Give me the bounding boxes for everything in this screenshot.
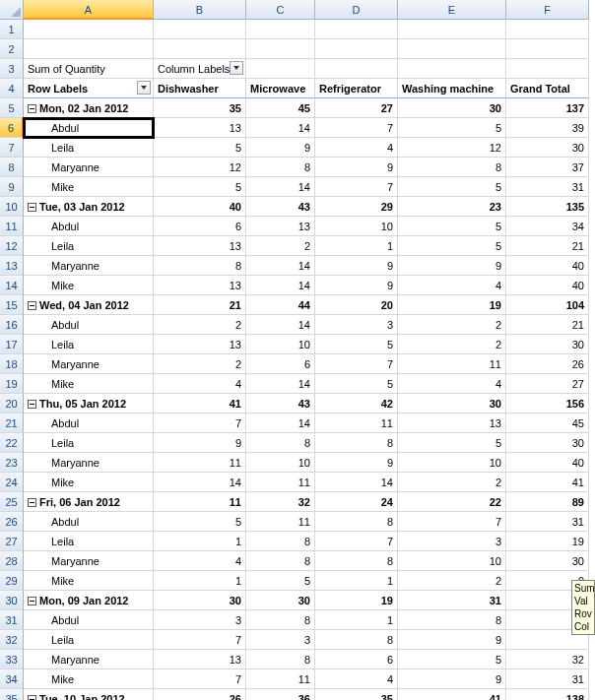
item-value[interactable]: 8 [246, 551, 315, 571]
row-header-16[interactable]: 16 [0, 315, 24, 335]
group-value[interactable]: 45 [246, 98, 315, 118]
row-header-7[interactable]: 7 [0, 138, 24, 158]
item-value[interactable]: 3 [246, 630, 315, 650]
item-value[interactable]: 4 [398, 374, 506, 394]
item-value[interactable]: 8 [315, 433, 398, 453]
item-value[interactable]: 9 [315, 276, 398, 295]
cell-empty[interactable] [24, 20, 154, 39]
item-value[interactable]: 7 [398, 512, 506, 532]
column-header-D[interactable]: D [315, 0, 398, 20]
row-header-34[interactable]: 34 [0, 669, 24, 689]
pivot-col-header[interactable]: Refrigerator [315, 79, 398, 98]
collapse-icon[interactable] [28, 400, 36, 409]
group-value[interactable]: 35 [315, 689, 398, 700]
item-row-label[interactable]: Abdul [24, 315, 154, 335]
row-header-32[interactable]: 32 [0, 630, 24, 650]
cell-empty[interactable] [398, 20, 506, 39]
pivot-sum-label[interactable]: Sum of Quantity [24, 59, 154, 79]
group-value[interactable]: 23 [398, 197, 506, 217]
row-header-3[interactable]: 3 [0, 59, 24, 79]
row-header-21[interactable]: 21 [0, 414, 24, 433]
item-row-label[interactable]: Mike [24, 177, 154, 197]
item-value[interactable]: 7 [315, 354, 398, 374]
group-value[interactable]: 27 [315, 98, 398, 118]
item-value[interactable]: 5 [246, 571, 315, 591]
group-row-label[interactable]: Tue, 03 Jan 2012 [24, 197, 154, 217]
item-value[interactable]: 8 [246, 610, 315, 630]
item-value[interactable]: 11 [246, 473, 315, 492]
item-value[interactable]: 14 [246, 177, 315, 197]
item-value[interactable]: 13 [398, 414, 506, 433]
item-value[interactable]: 5 [315, 374, 398, 394]
column-header-F[interactable]: F [506, 0, 589, 20]
group-value[interactable]: 41 [154, 394, 246, 414]
item-value[interactable]: 10 [246, 335, 315, 354]
item-value[interactable]: 10 [398, 551, 506, 571]
item-value[interactable]: 9 [154, 433, 246, 453]
item-value[interactable]: 8 [398, 158, 506, 177]
group-value[interactable]: 30 [398, 98, 506, 118]
cell-empty[interactable] [154, 39, 246, 59]
item-value[interactable]: 31 [506, 512, 589, 532]
item-value[interactable]: 2 [398, 335, 506, 354]
item-value[interactable]: 1 [315, 610, 398, 630]
item-value[interactable]: 7 [315, 177, 398, 197]
row-header-30[interactable]: 30 [0, 591, 24, 610]
item-value[interactable]: 13 [154, 335, 246, 354]
item-row-label[interactable]: Maryanne [24, 453, 154, 473]
group-value[interactable]: 42 [315, 394, 398, 414]
group-value[interactable]: 156 [506, 394, 589, 414]
group-value[interactable]: 43 [246, 394, 315, 414]
item-value[interactable]: 9 [315, 453, 398, 473]
item-row-label[interactable]: Mike [24, 374, 154, 394]
row-header-19[interactable]: 19 [0, 374, 24, 394]
item-value[interactable]: 13 [154, 118, 246, 138]
item-value[interactable]: 30 [506, 551, 589, 571]
item-value[interactable]: 2 [398, 473, 506, 492]
collapse-icon[interactable] [28, 104, 36, 113]
item-value[interactable]: 27 [506, 374, 589, 394]
row-header-10[interactable]: 10 [0, 197, 24, 217]
item-value[interactable]: 39 [506, 118, 589, 138]
item-value[interactable]: 34 [506, 217, 589, 236]
row-header-26[interactable]: 26 [0, 512, 24, 532]
group-row-label[interactable]: Thu, 05 Jan 2012 [24, 394, 154, 414]
item-value[interactable]: 12 [398, 138, 506, 158]
item-value[interactable]: 2 [246, 236, 315, 256]
item-value[interactable]: 45 [506, 414, 589, 433]
item-value[interactable]: 5 [315, 335, 398, 354]
item-value[interactable]: 5 [398, 177, 506, 197]
item-value[interactable]: 5 [398, 433, 506, 453]
collapse-icon[interactable] [28, 695, 36, 700]
item-value[interactable]: 8 [246, 650, 315, 669]
pivot-column-labels[interactable]: Column Labels [154, 59, 246, 79]
item-value[interactable]: 3 [315, 315, 398, 335]
row-header-17[interactable]: 17 [0, 335, 24, 354]
group-value[interactable]: 89 [506, 492, 589, 512]
item-value[interactable]: 14 [246, 118, 315, 138]
group-value[interactable]: 43 [246, 197, 315, 217]
collapse-icon[interactable] [28, 203, 36, 212]
item-value[interactable]: 7 [315, 532, 398, 551]
cell-empty[interactable] [315, 59, 398, 79]
item-value[interactable]: 6 [246, 354, 315, 374]
item-value[interactable]: 8 [154, 256, 246, 276]
collapse-icon[interactable] [28, 301, 36, 310]
item-value[interactable]: 4 [154, 374, 246, 394]
row-header-18[interactable]: 18 [0, 354, 24, 374]
item-value[interactable]: 11 [398, 354, 506, 374]
column-filter-dropdown[interactable] [230, 61, 243, 75]
item-value[interactable]: 8 [246, 532, 315, 551]
item-value[interactable]: 14 [154, 473, 246, 492]
row-header-29[interactable]: 29 [0, 571, 24, 591]
item-value[interactable]: 6 [315, 650, 398, 669]
item-value[interactable]: 13 [154, 650, 246, 669]
group-value[interactable]: 40 [154, 197, 246, 217]
cell-empty[interactable] [315, 20, 398, 39]
row-header-4[interactable]: 4 [0, 79, 24, 98]
item-value[interactable]: 2 [398, 315, 506, 335]
item-row-label[interactable]: Leila [24, 532, 154, 551]
cell-empty[interactable] [506, 59, 589, 79]
group-value[interactable]: 138 [506, 689, 589, 700]
item-row-label[interactable]: Mike [24, 473, 154, 492]
